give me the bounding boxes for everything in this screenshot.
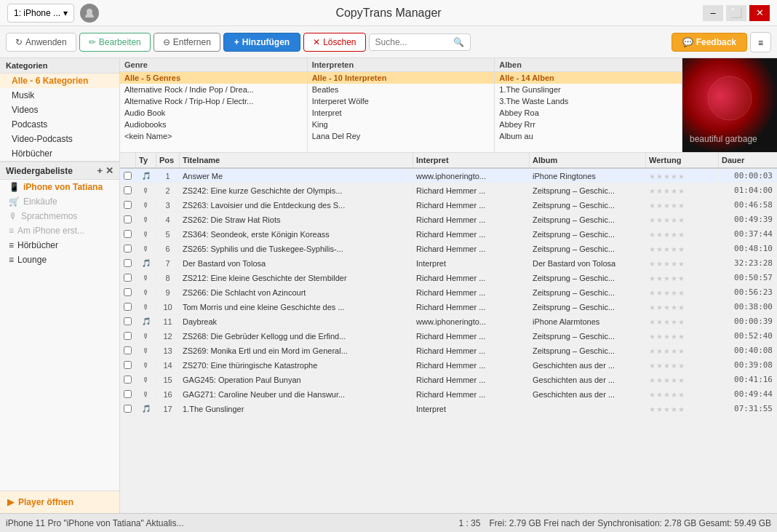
row-checkbox[interactable]	[120, 257, 136, 269]
row-checkbox[interactable]	[120, 373, 136, 386]
add-playlist-icon[interactable]: +	[97, 165, 103, 176]
table-row[interactable]: 🎙 5 ZS364: Seondeok, erste Königin Korea…	[120, 227, 777, 242]
sidebar-item-video-podcasts[interactable]: Video-Podcasts	[0, 132, 119, 146]
playlist-item-iphone[interactable]: 📱 iPhone von Tatiana	[0, 180, 119, 194]
sidebar-item-musik[interactable]: Musik	[0, 88, 119, 103]
table-row[interactable]: 🎙 3 ZS263: Lavoisier und die Entdeckung …	[120, 198, 777, 213]
remove-button[interactable]: ⊖ Entfernen	[154, 33, 220, 52]
table-row[interactable]: 🎵 1 Answer Me www.iphoneringto... iPhone…	[120, 169, 777, 183]
album-item-4[interactable]: Abbey Rrr	[495, 119, 682, 130]
row-checkbox[interactable]	[120, 199, 136, 211]
row-rating[interactable]: ★★★★★	[646, 373, 719, 386]
row-checkbox[interactable]	[120, 359, 136, 371]
row-checkbox[interactable]	[120, 184, 136, 196]
row-rating[interactable]: ★★★★★	[646, 359, 719, 372]
table-row[interactable]: 🎵 11 Daybreak www.iphoneringto... iPhone…	[120, 314, 777, 329]
device-selector[interactable]: 1: iPhone ... ▾	[7, 4, 74, 23]
table-row[interactable]: 🎙 16 GAG271: Caroline Neuber und die Han…	[120, 387, 777, 402]
interpret-item-4[interactable]: King	[308, 119, 495, 130]
genre-item-1[interactable]: Alternative Rock / Indie Pop / Drea...	[120, 84, 307, 95]
close-button[interactable]: ✕	[749, 5, 770, 21]
row-rating[interactable]: ★★★★★	[646, 315, 719, 328]
close-playlist-icon[interactable]: ✕	[105, 165, 113, 176]
table-row[interactable]: 🎙 12 ZS268: Die Gebrüder Kellogg und die…	[120, 329, 777, 344]
album-item-2[interactable]: 3.The Waste Lands	[495, 95, 682, 107]
playlist-item-hoecher[interactable]: ≡ Hörbücher	[0, 238, 119, 253]
row-checkbox[interactable]	[120, 301, 136, 313]
genre-item-2[interactable]: Alternative Rock / Trip-Hop / Electr...	[120, 95, 307, 107]
album-item-all[interactable]: Alle - 14 Alben	[495, 72, 682, 84]
genre-item-4[interactable]: Audiobooks	[120, 119, 307, 130]
row-rating[interactable]: ★★★★★	[646, 170, 719, 183]
row-rating[interactable]: ★★★★★	[646, 330, 719, 343]
row-checkbox[interactable]	[120, 242, 136, 255]
row-checkbox[interactable]	[120, 286, 136, 298]
row-rating[interactable]: ★★★★★	[646, 199, 719, 212]
table-row[interactable]: 🎙 8 ZS212: Eine kleine Geschichte der St…	[120, 271, 777, 285]
album-item-1[interactable]: 1.The Gunslinger	[495, 84, 682, 95]
add-button[interactable]: + Hinzufügen	[223, 33, 300, 52]
table-row[interactable]: 🎙 15 GAG245: Operation Paul Bunyan Richa…	[120, 373, 777, 387]
search-box[interactable]: 🔍	[369, 33, 471, 51]
menu-button[interactable]: ≡	[750, 32, 771, 52]
row-checkbox[interactable]	[120, 271, 136, 284]
sidebar-item-all[interactable]: Alle - 6 Kategorien	[0, 74, 119, 88]
search-input[interactable]	[375, 37, 450, 47]
genre-item-5[interactable]: <kein Name>	[120, 130, 307, 142]
edit-button[interactable]: ✏ Bearbeiten	[79, 33, 151, 52]
row-checkbox[interactable]	[120, 330, 136, 342]
row-checkbox[interactable]	[120, 388, 136, 400]
row-rating[interactable]: ★★★★★	[646, 257, 719, 270]
playlist-item-einkaufe[interactable]: 🛒 Einkäufe	[0, 194, 119, 209]
table-row[interactable]: 🎵 17 1.The Gunslinger Interpret ★★★★★ 07…	[120, 402, 777, 416]
table-row[interactable]: 🎙 10 Tom Morris und eine kleine Geschich…	[120, 300, 777, 314]
row-rating[interactable]: ★★★★★	[646, 286, 719, 299]
table-row[interactable]: 🎙 9 ZS266: Die Schlacht von Azincourt Ri…	[120, 285, 777, 300]
row-checkbox[interactable]	[120, 402, 136, 415]
row-title: GAG245: Operation Paul Bunyan	[180, 373, 413, 386]
interpret-item-3[interactable]: Interpret	[308, 107, 495, 119]
sidebar-item-hoecher[interactable]: Hörbücher	[0, 146, 119, 161]
row-checkbox[interactable]	[120, 213, 136, 226]
genre-item-all[interactable]: Alle - 5 Genres	[120, 72, 307, 84]
table-row[interactable]: 🎙 4 ZS262: Die Straw Hat Riots Richard H…	[120, 213, 777, 227]
table-row[interactable]: 🎙 6 ZS265: Syphilis und die Tuskegee-Syp…	[120, 242, 777, 256]
apply-button[interactable]: ↻ Anwenden	[6, 33, 76, 52]
minimize-button[interactable]: –	[703, 5, 723, 21]
player-open-button[interactable]: ▶ Player öffnen	[0, 491, 119, 513]
row-rating[interactable]: ★★★★★	[646, 388, 719, 401]
avatar[interactable]	[80, 4, 99, 23]
row-rating[interactable]: ★★★★★	[646, 213, 719, 226]
interpret-item-all[interactable]: Alle - 10 Interpreten	[308, 72, 495, 84]
row-rating[interactable]: ★★★★★	[646, 228, 719, 241]
row-rating[interactable]: ★★★★★	[646, 301, 719, 314]
table-row[interactable]: 🎙 14 ZS270: Eine thüringische Katastroph…	[120, 358, 777, 373]
row-rating[interactable]: ★★★★★	[646, 344, 719, 357]
row-rating[interactable]: ★★★★★	[646, 402, 719, 416]
row-checkbox[interactable]	[120, 170, 136, 182]
row-type-icon: 🎙	[136, 389, 156, 400]
playlist-item-lounge[interactable]: ≡ Lounge	[0, 253, 119, 267]
row-rating[interactable]: ★★★★★	[646, 242, 719, 255]
album-item-3[interactable]: Abbey Roa	[495, 107, 682, 119]
sidebar-item-podcasts[interactable]: Podcasts	[0, 117, 119, 132]
table-row[interactable]: 🎙 13 ZS269: Monika Ertl und ein Mord im …	[120, 344, 777, 358]
row-rating[interactable]: ★★★★★	[646, 271, 719, 285]
row-checkbox[interactable]	[120, 344, 136, 357]
row-rating[interactable]: ★★★★★	[646, 184, 719, 197]
sidebar-item-videos[interactable]: Videos	[0, 103, 119, 117]
album-item-5[interactable]: Album au	[495, 130, 682, 142]
maximize-button[interactable]: ⬜	[726, 5, 746, 21]
playlist-item-sprachmemos[interactable]: 🎙 Sprachmemos	[0, 209, 119, 223]
interpret-item-2[interactable]: Interperet Wölfe	[308, 95, 495, 107]
table-row[interactable]: 🎙 2 ZS242: Eine kurze Geschichte der Oly…	[120, 183, 777, 198]
interpret-item-5[interactable]: Lana Del Rey	[308, 130, 495, 142]
table-row[interactable]: 🎵 7 Der Bastard von Tolosa Interpret Der…	[120, 256, 777, 271]
interpret-item-1[interactable]: Beatles	[308, 84, 495, 95]
delete-button[interactable]: ✕ Löschen	[303, 33, 365, 52]
genre-item-3[interactable]: Audio Book	[120, 107, 307, 119]
row-checkbox[interactable]	[120, 315, 136, 327]
row-checkbox[interactable]	[120, 228, 136, 240]
feedback-button[interactable]: 💬 Feedback	[672, 33, 747, 52]
playlist-item-am-iphone[interactable]: ≡ Am iPhone erst...	[0, 223, 119, 238]
